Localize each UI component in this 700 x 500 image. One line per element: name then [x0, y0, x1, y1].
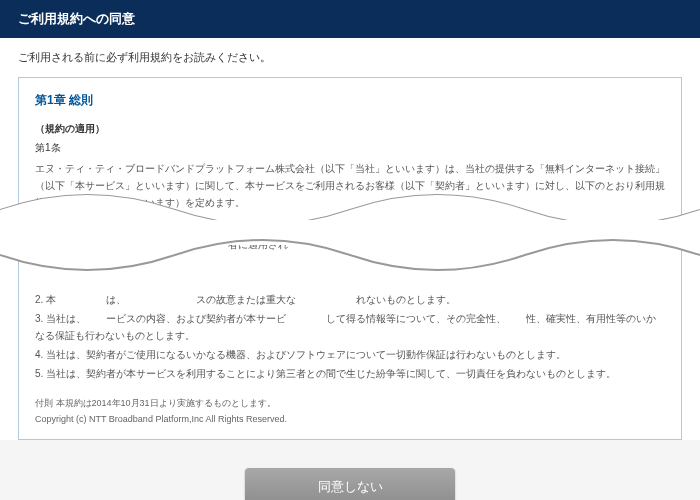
terms-footer: 付則 本規約は2014年10月31日より実施するものとします。: [35, 396, 665, 411]
copyright: Copyright (c) NTT Broadband Platform,Inc…: [35, 412, 665, 427]
term-item-3: 3. 当社は、 ービスの内容、および契約者が本サービ して得る情報等について、そ…: [35, 310, 665, 344]
section1-body: エヌ・ティ・ティ・ブロードバンドプラットフォーム株式会社（以下「当社」といいます…: [35, 160, 665, 211]
term-item-5: 5. 当社は、契約者が本サービスを利用することにより第三者との間で生じた紛争等に…: [35, 365, 665, 382]
section2-heading: （本規約の範囲及び変更）: [35, 217, 665, 234]
intro-text: ご利用される前に必ず利用規約をお読みください。: [0, 38, 700, 77]
disagree-button[interactable]: 同意しない: [245, 468, 455, 500]
term-item-4: 4. 当社は、契約者がご使用になるいかなる機器、およびソフトウェアについて一切動…: [35, 346, 665, 363]
article1-label: 第1条: [35, 139, 665, 156]
section1-heading: （規約の適用）: [35, 120, 665, 137]
terms-container: 第1章 総則 （規約の適用） 第1条 エヌ・ティ・ティ・ブロードバンドプラットフ…: [18, 77, 682, 440]
section2-partial: は、本サービス 者に適用され 込み）および: [35, 236, 665, 253]
page-title: ご利用規約への同意: [0, 0, 700, 38]
term-item-2: 2. 本 は、 スの故意または重大な れないものとします。: [35, 291, 665, 308]
chapter-heading: 第1章 総則: [35, 90, 665, 110]
button-area: 同意しない 同意する: [0, 454, 700, 500]
